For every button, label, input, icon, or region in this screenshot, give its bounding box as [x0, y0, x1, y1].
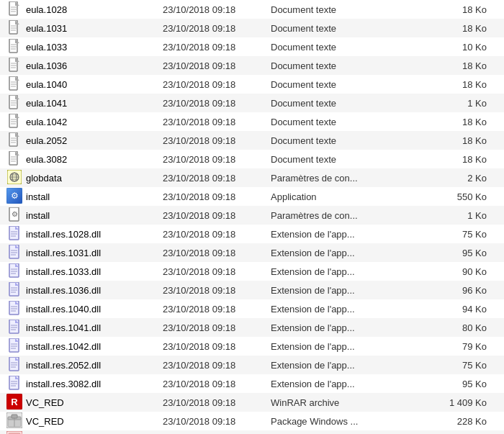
list-item[interactable]: vcredist23/10/2018 09:18Fichier BMP6 Ko: [0, 430, 504, 434]
list-item[interactable]: VC_RED23/10/2018 09:18Package Windows ..…: [0, 412, 504, 430]
file-size: 1 409 Ko: [400, 397, 501, 408]
dll-icon: [9, 226, 20, 243]
svg-rect-75: [9, 301, 19, 315]
file-type: Document texte: [271, 60, 400, 71]
list-item[interactable]: eula.103123/10/2018 09:18Document texte1…: [0, 19, 504, 37]
file-date: 23/10/2018 09:18: [163, 154, 271, 165]
svg-text:⚙: ⚙: [11, 191, 19, 201]
list-item[interactable]: install.res.1031.dll23/10/2018 09:18Exte…: [0, 243, 504, 262]
file-type: Paramètres de con...: [271, 210, 400, 221]
file-name: install.res.1031.dll: [26, 248, 163, 258]
svg-rect-106: [12, 415, 17, 418]
file-date: 23/10/2018 09:18: [163, 79, 271, 90]
list-item[interactable]: ⚙ install23/10/2018 09:18Application550 …: [0, 187, 504, 206]
file-date: 23/10/2018 09:18: [163, 191, 271, 202]
file-name: VC_RED: [26, 397, 163, 408]
file-type: Document texte: [271, 135, 400, 146]
file-list: eula.102823/10/2018 09:18Document texte1…: [0, 0, 504, 434]
svg-rect-70: [9, 282, 19, 296]
file-type: Extension de l'app...: [271, 322, 400, 333]
file-type: Extension de l'app...: [271, 266, 400, 277]
file-size: 550 Ko: [400, 191, 501, 202]
document-icon: [9, 1, 20, 18]
file-date: 23/10/2018 09:18: [163, 60, 271, 71]
file-name: eula.2052: [26, 135, 163, 146]
list-item[interactable]: eula.205223/10/2018 09:18Document texte1…: [0, 131, 504, 150]
document-icon: [9, 58, 20, 74]
file-size: 95 Ko: [400, 379, 501, 389]
file-name: install.res.1036.dll: [26, 285, 163, 296]
dll-icon: [9, 320, 20, 336]
file-size: 75 Ko: [400, 229, 501, 240]
list-item[interactable]: eula.104223/10/2018 09:18Document texte1…: [0, 112, 504, 131]
file-type: Document texte: [271, 4, 400, 15]
winrar-icon: R: [6, 394, 22, 412]
file-type: Document texte: [271, 117, 400, 127]
file-type: Extension de l'app...: [271, 379, 400, 389]
dll-icon: [9, 301, 20, 317]
list-item[interactable]: install.res.1033.dll23/10/2018 09:18Exte…: [0, 262, 504, 281]
file-name: eula.3082: [26, 154, 163, 165]
file-name: install: [26, 210, 163, 221]
file-size: 75 Ko: [400, 360, 501, 371]
file-name: install.res.3082.dll: [26, 379, 163, 389]
file-date: 23/10/2018 09:18: [163, 173, 271, 184]
package-icon: [6, 412, 22, 430]
file-type: Extension de l'app...: [271, 360, 400, 371]
list-item[interactable]: eula.103623/10/2018 09:18Document texte1…: [0, 56, 504, 75]
document-icon: [9, 151, 20, 168]
file-name: eula.1033: [26, 42, 163, 53]
list-item[interactable]: R VC_RED23/10/2018 09:18WinRAR archive1 …: [0, 393, 504, 412]
file-name: install.res.1041.dll: [26, 322, 163, 333]
file-date: 23/10/2018 09:18: [163, 304, 271, 315]
file-type: Document texte: [271, 23, 400, 34]
file-date: 23/10/2018 09:18: [163, 210, 271, 221]
file-date: 23/10/2018 09:18: [163, 23, 271, 34]
list-item[interactable]: install.res.1040.dll23/10/2018 09:18Exte…: [0, 299, 504, 318]
file-date: 23/10/2018 09:18: [163, 266, 271, 277]
file-date: 23/10/2018 09:18: [163, 416, 271, 427]
file-date: 23/10/2018 09:18: [163, 397, 271, 408]
file-name: eula.1031: [26, 23, 163, 34]
svg-rect-85: [9, 338, 19, 352]
list-item[interactable]: install.res.1041.dll23/10/2018 09:18Exte…: [0, 318, 504, 337]
file-size: 1 Ko: [400, 210, 501, 221]
file-type: Document texte: [271, 98, 400, 109]
list-item[interactable]: install.res.1036.dll23/10/2018 09:18Exte…: [0, 281, 504, 299]
list-item[interactable]: eula.102823/10/2018 09:18Document texte1…: [0, 0, 504, 19]
list-item[interactable]: install.res.1028.dll23/10/2018 09:18Exte…: [0, 225, 504, 243]
list-item[interactable]: eula.308223/10/2018 09:18Document texte1…: [0, 150, 504, 168]
file-type: Document texte: [271, 154, 400, 165]
list-item[interactable]: install.res.3082.dll23/10/2018 09:18Exte…: [0, 374, 504, 393]
dll-icon: [9, 357, 20, 374]
file-size: 94 Ko: [400, 304, 501, 315]
list-item[interactable]: eula.104023/10/2018 09:18Document texte1…: [0, 75, 504, 94]
file-type: Extension de l'app...: [271, 304, 400, 315]
svg-rect-90: [9, 357, 19, 371]
file-type: Document texte: [271, 79, 400, 90]
file-size: 10 Ko: [400, 42, 501, 53]
file-name: VC_RED: [26, 416, 163, 427]
list-item[interactable]: eula.103323/10/2018 09:18Document texte1…: [0, 37, 504, 56]
list-item[interactable]: install.res.2052.dll23/10/2018 09:18Exte…: [0, 356, 504, 374]
document-icon: [9, 20, 20, 37]
file-size: 79 Ko: [400, 341, 501, 352]
svg-rect-55: [9, 226, 19, 240]
config-globe-icon: [7, 170, 22, 186]
dll-icon: [9, 245, 20, 261]
list-item[interactable]: ⚙ install23/10/2018 09:18Paramètres de c…: [0, 206, 504, 225]
file-date: 23/10/2018 09:18: [163, 135, 271, 146]
file-size: 2 Ko: [400, 173, 501, 184]
list-item[interactable]: globdata23/10/2018 09:18Paramètres de co…: [0, 168, 504, 187]
list-item[interactable]: install.res.1042.dll23/10/2018 09:18Exte…: [0, 337, 504, 356]
file-size: 1 Ko: [400, 98, 501, 109]
settings-icon: ⚙: [9, 207, 20, 224]
file-name: install.res.1028.dll: [26, 229, 163, 240]
file-type: Extension de l'app...: [271, 285, 400, 296]
file-type: Document texte: [271, 42, 400, 53]
file-type: Package Windows ...: [271, 416, 400, 427]
list-item[interactable]: eula.104123/10/2018 09:18Document texte1…: [0, 94, 504, 112]
file-size: 18 Ko: [400, 135, 501, 146]
file-size: 18 Ko: [400, 79, 501, 90]
dll-icon: [9, 282, 20, 299]
